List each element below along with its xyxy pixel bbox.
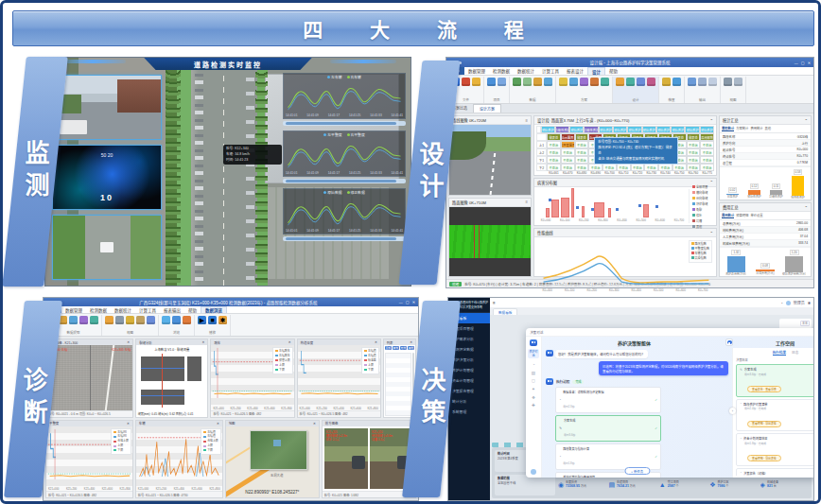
treatment-cell[interactable]: 不处治: [547, 141, 561, 148]
window-control-icon[interactable]: —: [795, 61, 798, 65]
legend-item[interactable]: 龟裂: [692, 207, 715, 212]
ribbon-tool-icon[interactable]: [472, 78, 480, 86]
rail-tool-icon[interactable]: ◔: [533, 362, 535, 367]
treatment-cell[interactable]: 不处治: [547, 156, 561, 164]
result-action-button[interactable]: 查看明细 · 导出表格: [747, 455, 781, 461]
close-icon[interactable]: ✕: [127, 422, 130, 426]
record-rows[interactable]: [385, 353, 411, 416]
sidebar-item[interactable]: 资金计划管理: [448, 375, 490, 386]
slider-handle[interactable]: [286, 237, 396, 240]
ribbon-tool-icon[interactable]: [136, 316, 145, 324]
avatar[interactable]: [786, 301, 791, 305]
collapse-icon[interactable]: ≡: [526, 200, 528, 204]
ribbon-tool-icon[interactable]: [708, 78, 717, 86]
menu-tab[interactable]: 检测数据: [489, 67, 514, 75]
close-icon[interactable]: ✕: [288, 340, 291, 344]
ribbon-tool-icon[interactable]: [734, 78, 742, 86]
collapse-icon[interactable]: ⌃: [709, 118, 713, 123]
legend-item[interactable]: 下限: [364, 368, 376, 373]
hamburger-icon[interactable]: ≡: [493, 301, 496, 305]
menu-tab[interactable]: 报表输出: [160, 306, 184, 313]
task-card[interactable]: ◔ 数据准备：读取检测与评定数据用时2.3秒 ✓: [555, 387, 661, 413]
collapse-icon[interactable]: ⌃: [804, 205, 808, 210]
result-action-button[interactable]: 查看明细 · 导出表格: [747, 421, 781, 427]
menu-tab[interactable]: 报表设计: [563, 67, 587, 75]
close-icon[interactable]: ✕: [202, 340, 205, 344]
ribbon-tool-icon[interactable]: [647, 78, 655, 86]
chart-range-slider[interactable]: [283, 236, 406, 241]
slider-handle[interactable]: [286, 180, 396, 182]
chart-range-slider[interactable]: [283, 121, 406, 126]
menu-tab[interactable]: 计算工具: [135, 306, 160, 313]
ribbon-tool-icon[interactable]: [544, 78, 552, 86]
rail-tool-icon[interactable]: ❖: [532, 395, 535, 400]
ribbon-tool-icon[interactable]: [183, 316, 191, 324]
ribbon-tool-icon[interactable]: [69, 316, 78, 324]
notification-icon[interactable]: ◔: [780, 301, 782, 305]
ribbon-tool-icon[interactable]: [498, 78, 506, 86]
task-card[interactable]: ✎ 方案生成用时3.6秒 ✓: [555, 415, 661, 442]
collapse-icon[interactable]: ≡: [526, 118, 528, 123]
sidebar-item[interactable]: 养护计划管理: [448, 365, 490, 375]
sidebar-item[interactable]: 决策报告管理: [448, 386, 490, 396]
window-control-icon[interactable]: ▢: [406, 300, 410, 304]
ribbon-tool-icon[interactable]: [79, 316, 88, 324]
ribbon-tool-icon[interactable]: [590, 78, 599, 86]
cost-tab[interactable]: 单价设置: [750, 213, 762, 218]
list-filter-button[interactable]: 其他: [408, 346, 414, 350]
ribbon-tool-icon[interactable]: [616, 78, 624, 86]
treatment-cell[interactable]: 不处治: [575, 156, 589, 164]
workspace-tab[interactable]: 执行结果: [773, 350, 786, 356]
treatment-cell[interactable]: 不处治: [561, 156, 575, 164]
menu-tab[interactable]: 数据管理: [464, 67, 489, 75]
list-filter-button[interactable]: 有效: [393, 346, 399, 350]
legend-item[interactable]: 修补: [692, 213, 715, 217]
legend-item[interactable]: 横向裂缝: [692, 190, 715, 195]
ribbon-tool-icon[interactable]: [580, 78, 588, 86]
result-card[interactable]: ✎ 方案生成 ✓ 用时3.6秒 · 已完成 查看报告 · 查看详情: [736, 364, 814, 397]
ribbon-tool-icon[interactable]: [698, 78, 707, 86]
rail-tool-icon[interactable]: ◻: [532, 378, 535, 383]
ribbon-tool-icon[interactable]: [724, 78, 732, 86]
stat-tab[interactable]: 里程统计: [722, 126, 734, 131]
treatment-cell[interactable]: 不处治: [700, 148, 714, 156]
treatment-cell[interactable]: 不处治: [547, 148, 561, 156]
cost-tab[interactable]: 预算明细: [736, 213, 748, 218]
menu-tab[interactable]: 数据浏览: [201, 306, 227, 313]
ribbon-tool-icon[interactable]: [601, 78, 609, 86]
window-control-icon[interactable]: ▢: [801, 61, 805, 65]
result-card[interactable]: ◔ 资金计划测算结果 ✓ 用时1.8秒 · 已完成 查看明细 · 导出表格: [736, 433, 814, 466]
window-controls[interactable]: —▢✕: [399, 300, 415, 304]
list-filter-button[interactable]: 全部: [385, 346, 392, 350]
menu-tab[interactable]: 数据管理: [61, 306, 86, 313]
chart-range-slider[interactable]: [283, 179, 406, 183]
map-body[interactable]: 玉洞大道 N22.890993° E108.245227°: [226, 426, 319, 498]
menu-tab[interactable]: 检测数据: [86, 306, 111, 313]
ribbon-tool-icon[interactable]: [147, 316, 155, 324]
rail-tool-icon[interactable]: ✚: [532, 403, 535, 408]
menu-tab[interactable]: 帮助: [605, 67, 621, 75]
ribbon-tool-icon[interactable]: [105, 316, 114, 324]
active-tab[interactable]: 数据看板: [493, 308, 517, 315]
legend-item[interactable]: 块状裂缝: [692, 201, 715, 206]
legend-item[interactable]: 下限: [275, 368, 290, 373]
legend-item[interactable]: 其他: [692, 224, 715, 229]
menu-tab[interactable]: 数据统计: [111, 306, 135, 313]
collapse-icon[interactable]: ⌃: [804, 118, 808, 123]
treatment-cell[interactable]: 不处治: [687, 141, 701, 148]
sidebar-item[interactable]: 系统管理: [448, 407, 490, 417]
treatment-cell[interactable]: 不处治: [575, 148, 589, 156]
stat-tab[interactable]: 其他: [765, 126, 772, 131]
ribbon-tool-icon[interactable]: [688, 78, 696, 86]
new-task-button[interactable]: + 新任务: [624, 467, 650, 475]
ribbon-tool-icon[interactable]: [523, 78, 532, 86]
treatment-cell[interactable]: 不处治: [687, 164, 701, 171]
close-icon[interactable]: ✕: [410, 340, 412, 344]
camera-feed-street[interactable]: [52, 75, 162, 140]
window-control-icon[interactable]: —: [399, 300, 403, 304]
task-card[interactable]: ◔ 路段聚类与指标计算用时1.8秒 ✓: [555, 443, 661, 470]
result-card[interactable]: ◔ 决策报告（初稿） ⟳ 生成中: [736, 468, 814, 477]
menu-tab[interactable]: 帮助: [184, 306, 201, 313]
result-card[interactable]: ◔ 路段养护对策清单 ✓ 用时2.4秒 · 已完成 查看明细 · 导出表格: [736, 399, 814, 432]
stat-tab[interactable]: 费用统计: [750, 126, 762, 131]
